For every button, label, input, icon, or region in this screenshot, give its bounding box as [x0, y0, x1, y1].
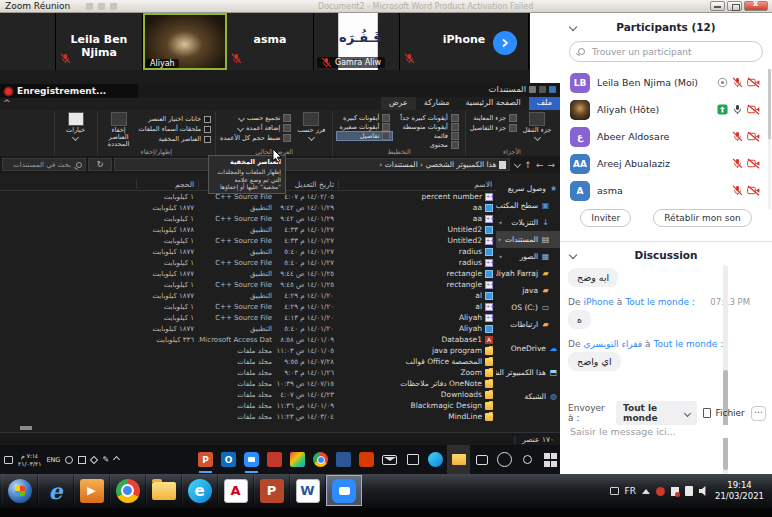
group-by-button[interactable]: تجميع حسب [220, 114, 291, 122]
speaker-icon[interactable] [699, 486, 709, 496]
chrome-icon[interactable] [110, 475, 146, 506]
clipboard-icon[interactable] [685, 486, 693, 496]
file-row[interactable]: Downloads١٤/٠٤/٢٣ ص ٤:٠٧مجلد ملفات [0, 389, 496, 400]
participants-scrollbar[interactable] [768, 69, 771, 209]
file-row[interactable]: Untitled2١٤/٠١/٢٧ م ٤:٣٣C++ Source File١… [0, 235, 496, 246]
layout-option-1[interactable]: أيقونات كبيرة [337, 114, 392, 122]
tray-red-icon[interactable] [656, 487, 665, 496]
shield-icon[interactable] [286, 445, 309, 474]
collapse-discussion-chevron[interactable] [569, 251, 577, 259]
maximize-button[interactable] [727, 1, 742, 11]
sidebar-item-الشبكة[interactable]: ◍الشبكة [496, 388, 560, 405]
collapse-controls-chevron[interactable]: ^ [3, 98, 11, 108]
sidebar-item-OS (C:)[interactable]: ▭OS (C:) [496, 299, 560, 316]
action-center-icon[interactable] [4, 456, 13, 464]
file-row[interactable]: Zoom١٤/٠١/٢٦ م ٩:٠٣مجلد ملفات [0, 367, 496, 378]
back-arrow-icon[interactable]: → [547, 160, 555, 170]
sidebar-item-التنزيلات[interactable]: ↓التنزيلات✦ [496, 214, 560, 231]
quick-access-toolbar[interactable] [529, 86, 556, 93]
sidebar-item-وصول سريع[interactable]: ★وصول سريع [496, 180, 560, 197]
zoom-icon[interactable] [326, 475, 362, 506]
layout-option-2[interactable]: أيقونات متوسطة [398, 123, 461, 131]
layout-option-5[interactable]: تفاصيل [337, 132, 392, 140]
task-view-icon[interactable] [470, 445, 493, 474]
file-row[interactable]: Untitled2١٤/٠١/٢٧ م ٤:٣٣التطبيق١٨٧٨ كيلو… [0, 224, 496, 235]
chat-message-input[interactable] [568, 425, 762, 438]
word-icon[interactable]: W [290, 475, 326, 506]
explorer-search-box[interactable] [2, 158, 86, 171]
video-tile-gamra-aliw[interactable]: قَـفُـرَه~~~Gamra Aliw [314, 13, 400, 70]
history-chevron-icon[interactable] [514, 161, 521, 168]
file-row[interactable]: al١٤/٠١/٢٠ م ٤:٢٩التطبيق١٨٧٧ كيلوبايت [0, 290, 496, 301]
ime-icon[interactable] [610, 487, 619, 495]
up-arrow-icon[interactable]: ↑ [524, 160, 532, 170]
show-hidden-icons-triangle[interactable] [642, 489, 650, 494]
start-orb[interactable] [2, 475, 38, 506]
office-icon[interactable] [355, 445, 378, 474]
show-hidden-icons-chevron[interactable] [113, 456, 120, 463]
edge-icon[interactable] [424, 445, 447, 474]
mail-icon[interactable] [378, 445, 401, 474]
explorer-search-input[interactable] [6, 160, 73, 170]
layout-option-0[interactable]: أيقونات كبيرة جداً [398, 114, 461, 122]
file-row[interactable]: radius١٤/٠١/٢٧ م ٥:٤٠التطبيق١٨٧٧ كيلوباي… [0, 246, 496, 257]
sidebar-item-الصور[interactable]: ▦الصور✦ [496, 248, 560, 265]
layout-option-3[interactable]: أيقونات صغيرة [337, 123, 392, 131]
video-tile-leila-ben-njima[interactable]: Leila Ben Njima [56, 13, 143, 70]
app-red-icon[interactable] [263, 445, 286, 474]
checkbox-0[interactable]: خانات اختيار العنصر [139, 115, 211, 123]
speaker-icon[interactable] [65, 456, 73, 464]
network-icon[interactable] [90, 455, 98, 463]
powerpoint-icon[interactable]: P [194, 445, 217, 474]
tab-ملف[interactable]: ملف [529, 97, 560, 110]
participant-row[interactable]: Aliyah (Hôte) [560, 96, 766, 123]
file-row[interactable]: al١٤/٠١/٢٠ م ٤:٢٩C++ Source File١ كيلوبا… [0, 301, 496, 312]
file-row[interactable]: قوالب Office المخصصة١٤/٠٧/٢٨ م ٩:٥٥مجلد … [0, 356, 496, 367]
horizontal-scrollbar-thumb[interactable] [20, 426, 32, 430]
sidebar-item-هذا الكمبيوتر الشخصي[interactable]: ⬒هذا الكمبيوتر الشخصي [496, 364, 560, 381]
next-participants-page-button[interactable] [493, 31, 517, 55]
start-icon[interactable] [539, 445, 562, 474]
checkbox-2[interactable]: العناصر المخفية [139, 135, 211, 143]
file-row[interactable]: java program١٤/٠١/٠٥ ص ١١:٠٣مجلد ملفات [0, 345, 496, 356]
size-columns-button[interactable]: ضبط حجم كل الأعمدة [220, 134, 291, 142]
file-row[interactable]: Aliyah١٤/٠١/٢٠ م ٤:١٣C++ Source File١ كي… [0, 312, 496, 323]
sidebar-item-OneDrive[interactable]: ☁OneDrive [496, 340, 560, 357]
display-icon[interactable] [78, 456, 86, 464]
participant-search-input[interactable] [590, 46, 754, 58]
minimize-button[interactable] [710, 1, 725, 11]
sidebar-item-سطح المكتب[interactable]: ▣سطح المكتب✦ [496, 197, 560, 214]
host-clock[interactable]: 19:1421/03/2021 [715, 480, 768, 502]
hide-selected-items-button[interactable]: إخفاء العناصر المحددة [102, 112, 136, 148]
breadcrumb[interactable]: هذا الكمبيوتر الشخصي ‹ المستندات ‹ [114, 158, 510, 171]
participant-row[interactable]: AAAreej Abualaziz [560, 150, 766, 177]
chat-scrollbar[interactable] [723, 265, 728, 475]
file-row[interactable]: Aliyah١٤/٠١/٢٠ م ٥:٤٠التطبيق١٨٧٧ كيلوباي… [0, 323, 496, 334]
tab-الصفحة الرئيسية[interactable]: الصفحة الرئيسية [458, 97, 529, 110]
invite-button[interactable]: Inviter [580, 209, 631, 227]
video-tile-asma[interactable]: asma [227, 13, 314, 70]
edge-icon[interactable]: e [182, 475, 218, 506]
pen-icon[interactable]: ✎ [102, 456, 109, 464]
action-center-flag-icon[interactable] [671, 487, 679, 496]
preview-pane-button[interactable]: جزء المعاينة [470, 114, 517, 122]
refresh-button[interactable]: ↻ [88, 158, 112, 171]
participant-row[interactable]: عAbeer Aldosare [560, 123, 766, 150]
sidebar-item-java[interactable]: ▰java [496, 282, 560, 299]
unmute-button[interactable]: Rétablir mon son [653, 209, 751, 227]
shared-taskbar-clock[interactable]: ٧:١٤ م٢١/٠٣/٢١ [18, 452, 41, 467]
acrobat-icon[interactable]: A [218, 475, 254, 506]
file-row[interactable]: Database1A١٤/٠١/٠٩ ص ٨:٥٨Microsoft Acces… [0, 334, 496, 345]
tab-مشاركة[interactable]: مشاركة [416, 97, 458, 110]
column-header-الحجم[interactable]: الحجم [136, 180, 198, 189]
language-indicator[interactable]: ENG [46, 456, 60, 464]
send-to-dropdown[interactable]: Tout le monde [616, 401, 697, 425]
video-tile-aliyah[interactable]: Aliyah [143, 13, 227, 70]
cortana-icon[interactable] [493, 445, 516, 474]
forward-arrow-icon[interactable]: ← [536, 160, 544, 170]
participant-row[interactable]: Aasma [560, 177, 766, 204]
zoom-icon[interactable] [240, 445, 263, 474]
chrome-icon[interactable] [309, 445, 332, 474]
more-options-button[interactable]: ⋯ [751, 406, 766, 421]
file-row[interactable]: rectangle١٤/٠١/٢٥ ص ٩:٤٥C++ Source File١… [0, 279, 496, 290]
